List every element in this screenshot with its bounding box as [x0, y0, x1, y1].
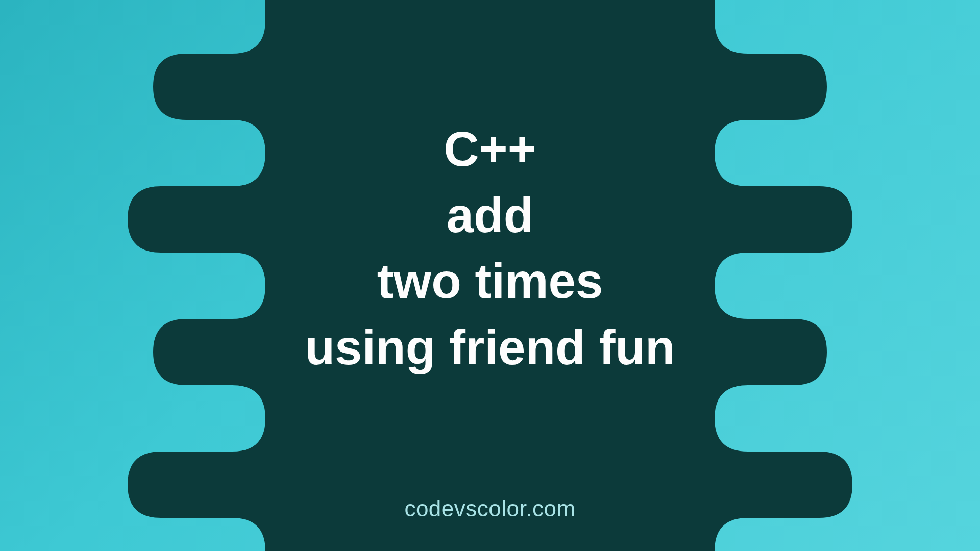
- title-line-2: add: [305, 182, 675, 248]
- title-block: C++ add two times using friend fun: [305, 116, 675, 380]
- title-line-3: two times: [305, 248, 675, 314]
- credit-text: codevscolor.com: [404, 496, 575, 521]
- title-line-4: using friend fun: [305, 314, 675, 381]
- title-line-1: C++: [305, 116, 675, 182]
- banner-canvas: C++ add two times using friend fun codev…: [0, 0, 980, 551]
